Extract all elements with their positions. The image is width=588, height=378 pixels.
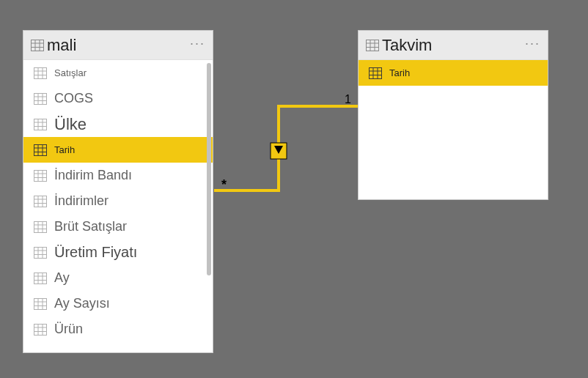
column-icon xyxy=(34,144,47,156)
field-row[interactable]: İndirimler xyxy=(23,188,213,214)
field-row[interactable]: Tarih xyxy=(359,60,548,86)
svg-rect-25 xyxy=(34,170,47,181)
field-label: Ay Sayısı xyxy=(54,296,110,311)
field-label: Brüt Satışlar xyxy=(54,219,127,234)
svg-rect-60 xyxy=(367,40,379,51)
field-row[interactable]: Ay xyxy=(23,265,213,291)
field-label: COGS xyxy=(54,91,93,106)
svg-rect-10 xyxy=(34,93,47,104)
field-label: Ay xyxy=(54,270,70,286)
column-icon xyxy=(34,298,47,310)
column-icon xyxy=(34,67,47,79)
field-row[interactable]: İndirim Bandı xyxy=(23,163,213,188)
column-icon xyxy=(34,196,47,207)
field-row[interactable]: Tarih xyxy=(23,137,213,163)
field-row[interactable]: Satışlar xyxy=(23,60,213,86)
field-label: Satışlar xyxy=(54,67,87,78)
column-icon xyxy=(34,221,47,233)
column-icon xyxy=(34,119,47,130)
cardinality-one: 1 xyxy=(345,93,351,105)
svg-rect-0 xyxy=(32,40,44,51)
svg-rect-55 xyxy=(34,324,47,335)
table-menu-button[interactable]: ··· xyxy=(525,43,540,48)
field-row[interactable]: Brüt Satışlar xyxy=(23,214,213,240)
svg-rect-65 xyxy=(370,67,382,78)
table-header[interactable]: Takvim ··· xyxy=(359,31,548,60)
svg-rect-40 xyxy=(34,247,47,258)
field-list: Tarih xyxy=(359,60,548,199)
column-icon xyxy=(34,273,47,284)
filter-direction-box[interactable] xyxy=(271,143,287,159)
field-label: İndirim Bandı xyxy=(54,168,132,183)
column-icon xyxy=(369,67,382,79)
svg-rect-50 xyxy=(34,298,47,309)
field-label: Üretim Fiyatı xyxy=(54,244,137,261)
column-icon xyxy=(34,247,47,259)
svg-rect-35 xyxy=(34,221,47,232)
column-icon xyxy=(34,93,47,105)
field-row[interactable]: Ay Sayısı xyxy=(23,291,213,316)
table-icon xyxy=(366,40,379,51)
field-label: İndirimler xyxy=(54,193,109,209)
field-label: Tarih xyxy=(54,144,75,155)
table-menu-button[interactable]: ··· xyxy=(190,43,205,48)
cardinality-many: * xyxy=(221,177,227,192)
field-label: Tarih xyxy=(389,67,410,78)
field-row[interactable]: Ürün xyxy=(23,316,213,342)
scrollbar[interactable] xyxy=(207,63,211,275)
field-row[interactable]: Ülke xyxy=(23,111,213,137)
table-card-takvim[interactable]: Takvim ··· Tarih xyxy=(358,30,548,200)
svg-rect-15 xyxy=(34,119,47,130)
table-card-mali[interactable]: mali ··· Satışlar COGS Ülke Tarih xyxy=(23,30,213,353)
field-label: Ülke xyxy=(54,115,87,134)
svg-rect-45 xyxy=(34,273,47,284)
field-row[interactable]: Üretim Fiyatı xyxy=(23,240,213,265)
column-icon xyxy=(34,324,47,336)
table-title: mali xyxy=(47,36,190,55)
field-row[interactable]: COGS xyxy=(23,86,213,111)
column-icon xyxy=(34,170,47,182)
field-label: Ürün xyxy=(54,322,83,337)
table-icon xyxy=(31,40,44,51)
svg-rect-5 xyxy=(34,67,47,78)
table-title: Takvim xyxy=(382,36,525,55)
filter-direction-arrow xyxy=(274,146,283,154)
svg-rect-30 xyxy=(34,196,47,207)
field-list: Satışlar COGS Ülke Tarih İndirim Bandı xyxy=(23,60,213,352)
svg-rect-20 xyxy=(34,144,47,155)
table-header[interactable]: mali ··· xyxy=(23,31,213,60)
